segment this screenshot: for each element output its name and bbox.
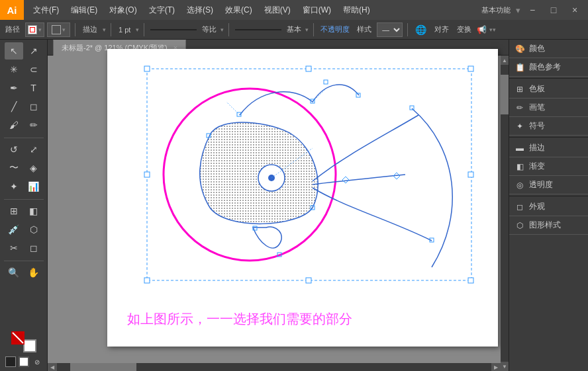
style-label: 样式 — [354, 24, 374, 34]
paintbrush-tool[interactable]: 🖌 — [5, 116, 23, 134]
title-bar: Ai 文件(F) 编辑(E) 对象(O) 文字(T) 选择(S) 效果(C) 视… — [0, 0, 588, 20]
more-icon[interactable]: ▾▾ — [489, 26, 496, 33]
rotate-tool[interactable]: ↺ — [5, 141, 23, 158]
svg-rect-8 — [144, 278, 150, 283]
graph-tool[interactable]: 📊 — [24, 178, 43, 195]
stroke-line-preview — [150, 29, 197, 30]
menu-object[interactable]: 对象(O) — [104, 2, 142, 19]
style-select[interactable]: — — [377, 22, 403, 37]
maximize-button[interactable]: □ — [544, 0, 563, 20]
scroll-right-btn[interactable]: ▶ — [491, 363, 501, 371]
fill-color-swatch[interactable] — [5, 356, 16, 367]
tool-row-7: 〜 ◈ — [5, 159, 43, 177]
svg-rect-3 — [144, 66, 150, 71]
hand-tool[interactable]: ✋ — [24, 264, 43, 281]
menu-effect[interactable]: 效果(C) — [220, 2, 258, 19]
hscroll-thumb[interactable] — [70, 363, 136, 371]
stroke-width-label: 1 pt — [116, 26, 133, 34]
stroke-fill-icon — [11, 331, 24, 345]
speaker-icon: 📢 — [477, 25, 487, 34]
panel-brush[interactable]: ✏ 画笔 — [509, 99, 588, 117]
reshape-tool[interactable]: ◈ — [24, 159, 43, 177]
symbol-tool[interactable]: ✦ — [5, 178, 23, 195]
scroll-thumb[interactable] — [501, 75, 509, 114]
opacity-label[interactable]: 不透明度 — [318, 24, 352, 34]
menu-text[interactable]: 文字(T) — [144, 2, 180, 19]
right-panel: 🎨 颜色 📋 颜色参考 ⊞ 色板 ✏ 画笔 ✦ 符号 ▬ 描边 ◧ 渐变 — [509, 40, 588, 371]
close-button[interactable]: × — [565, 0, 584, 20]
menu-edit[interactable]: 编辑(E) — [66, 2, 103, 19]
panel-stroke[interactable]: ▬ 描边 — [509, 139, 588, 157]
swatches-icon: ⊞ — [514, 84, 525, 95]
direct-select-tool[interactable]: ↗ — [24, 42, 43, 60]
brush-icon: ✏ — [514, 103, 525, 113]
svg-rect-7 — [468, 172, 473, 177]
svg-rect-4 — [306, 66, 311, 71]
menu-help[interactable]: 帮助(H) — [338, 2, 375, 19]
fill-swatch-fg[interactable] — [11, 331, 24, 345]
none-swatch[interactable]: ⊘ — [32, 356, 42, 367]
scale-tool[interactable]: ⤢ — [24, 141, 43, 158]
lasso-tool[interactable]: ⊂ — [24, 61, 43, 78]
menu-select[interactable]: 选择(S) — [181, 2, 219, 19]
gradient-tool[interactable]: ◧ — [24, 202, 43, 220]
scissors-tool[interactable]: ✂ — [5, 239, 23, 257]
panel-swatches[interactable]: ⊞ 色板 — [509, 80, 588, 99]
fill-swatch-bg[interactable] — [23, 339, 36, 352]
eraser-tool[interactable]: ◻ — [24, 239, 43, 257]
shape-tool[interactable]: ◻ — [24, 98, 43, 115]
panel-appearance[interactable]: ◻ 外观 — [509, 198, 588, 216]
tool-row-11: ✂ ◻ — [5, 239, 43, 257]
panel-divider-1 — [509, 78, 588, 79]
scroll-left-btn[interactable]: ◀ — [48, 363, 57, 371]
menu-view[interactable]: 视图(V) — [259, 2, 296, 19]
vscrollbar[interactable]: ▲ ▼ — [501, 56, 509, 371]
panel-color[interactable]: 🎨 颜色 — [509, 40, 588, 58]
mesh-tool[interactable]: ⊞ — [5, 202, 23, 220]
panel-color-ref[interactable]: 📋 颜色参考 — [509, 58, 588, 77]
transform-label: 变换 — [454, 24, 474, 34]
svg-text:如上图所示，一一选择我们需要的部分: 如上图所示，一一选择我们需要的部分 — [127, 311, 352, 326]
panel-divider-2 — [509, 137, 588, 138]
eyedrop-tool[interactable]: 💉 — [5, 221, 23, 238]
menu-file[interactable]: 文件(F) — [28, 2, 64, 19]
panel-gradient[interactable]: ◧ 渐变 — [509, 157, 588, 176]
sep6 — [407, 23, 408, 36]
magic-wand-tool[interactable]: ✳ — [5, 61, 23, 78]
blend-tool[interactable]: ⬡ — [24, 221, 43, 238]
profile-label: 基本功能 — [479, 5, 513, 15]
svg-marker-26 — [342, 177, 349, 183]
stroke-color-swatch[interactable] — [19, 356, 29, 367]
text-tool[interactable]: T — [24, 79, 43, 97]
scroll-up-btn[interactable]: ▲ — [501, 56, 509, 65]
warp-tool[interactable]: 〜 — [5, 159, 23, 177]
line-tool[interactable]: ╱ — [5, 98, 23, 115]
sep2 — [111, 23, 111, 36]
hscrollbar[interactable]: ◀ ▶ — [48, 363, 501, 371]
scroll-down-btn[interactable]: ▼ — [501, 362, 509, 371]
path-label: 路径 — [3, 24, 23, 34]
hscroll-track — [57, 363, 491, 371]
pencil-tool[interactable]: ✏ — [24, 116, 43, 134]
panel-transparency[interactable]: ◎ 透明度 — [509, 176, 588, 194]
minimize-button[interactable]: − — [523, 0, 542, 20]
pen-tool[interactable]: ✒ — [5, 79, 23, 97]
stroke-panel-icon: ▬ — [514, 143, 525, 153]
panel-graphic-styles[interactable]: ⬡ 图形样式 — [509, 216, 588, 235]
zoom-tool[interactable]: 🔍 — [5, 264, 23, 281]
svg-rect-9 — [306, 278, 311, 283]
color-swatches: ⊘ — [5, 331, 42, 371]
transparency-icon: ◎ — [514, 180, 525, 190]
mode-label: 等比 — [199, 24, 219, 34]
stroke-color-btn[interactable]: ▾ — [25, 22, 44, 37]
menu-window[interactable]: 窗口(W) — [297, 2, 336, 19]
canvas-area[interactable]: 未标题-2* @ 121% (CMYK/预览) × — [48, 40, 509, 371]
artboard: 如上图所示，一一选择我们需要的部分 — [107, 49, 498, 347]
graphic-styles-icon: ⬡ — [514, 220, 525, 231]
select-tool[interactable]: ↖ — [5, 42, 23, 60]
tool-row-3: ✒ T — [5, 79, 43, 97]
tool-row-2: ✳ ⊂ — [5, 61, 43, 78]
panel-symbol[interactable]: ✦ 符号 — [509, 117, 588, 136]
tool-divider-3 — [4, 261, 44, 261]
stroke-box-btn[interactable]: ▾ — [47, 22, 70, 37]
